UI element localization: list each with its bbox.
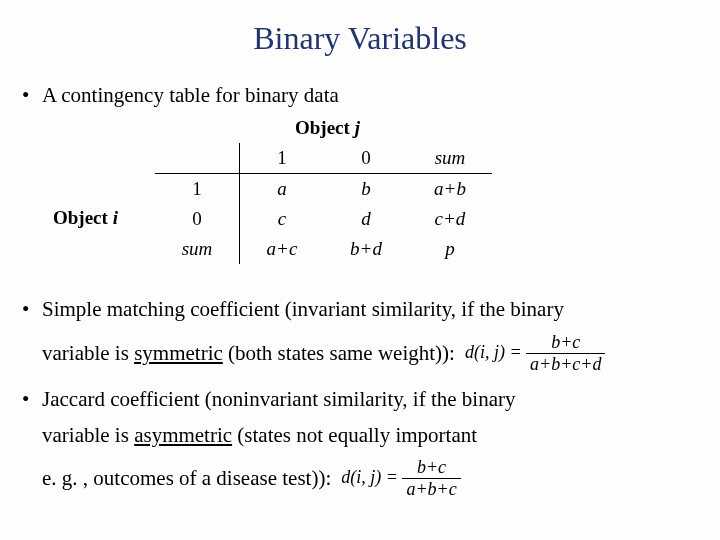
table-row: sum a+c b+d p (155, 234, 492, 264)
header-0: 0 (324, 143, 408, 174)
rowh-1: 1 (155, 174, 240, 205)
table-row: 1 a b a+b (155, 174, 492, 205)
sm-line2-pre: variable is (42, 341, 134, 365)
sm-line2-text: variable is symmetric (both states same … (42, 341, 455, 366)
label-object-i-var: i (108, 207, 118, 228)
slide: Binary Variables A contingency table for… (0, 0, 720, 540)
rowh-0: 0 (155, 204, 240, 234)
sm-den: a+b+c+d (526, 353, 605, 375)
label-object-i: Object i (53, 207, 118, 229)
jc-line3-text: e. g. , outcomes of a disease test)): (42, 466, 331, 491)
jc-dij: d(i, j) = (341, 467, 402, 487)
formula-simple-matching: d(i, j) = b+c a+b+c+d (465, 332, 606, 375)
label-object-j: Object j (295, 117, 360, 139)
simple-matching-line2: variable is symmetric (both states same … (18, 332, 702, 375)
rowh-sum: sum (155, 234, 240, 264)
cell-p: p (408, 234, 492, 264)
sm-symmetric: symmetric (134, 341, 223, 365)
cell-ac: a+c (240, 234, 325, 264)
sm-num: b+c (526, 332, 605, 353)
cell-bd: b+d (324, 234, 408, 264)
cell-c: c (240, 204, 325, 234)
jc-line2-pre: variable is (42, 423, 134, 447)
cell-cd: c+d (408, 204, 492, 234)
cell-d: d (324, 204, 408, 234)
cell-ab: a+b (408, 174, 492, 205)
bullet-simple-matching: Simple matching coefficient (invariant s… (18, 295, 702, 323)
contingency-table: 1 0 sum 1 a b a+b 0 c d c+d sum a+c b+d … (155, 143, 492, 264)
jc-line2-post: (states not equally important (232, 423, 477, 447)
header-1: 1 (240, 143, 325, 174)
bullet-contingency: A contingency table for binary data (18, 81, 702, 109)
label-object-j-var: j (350, 117, 360, 138)
cell-a: a (240, 174, 325, 205)
table-row: 0 c d c+d (155, 204, 492, 234)
bullet-jaccard: Jaccard coefficient (noninvariant simila… (18, 385, 702, 413)
slide-title: Binary Variables (18, 20, 702, 57)
jaccard-line3: e. g. , outcomes of a disease test)): d(… (18, 457, 702, 500)
sm-line2-post: (both states same weight)): (223, 341, 455, 365)
jc-num: b+c (402, 457, 460, 478)
contingency-table-wrap: Object j Object i 1 0 sum 1 a b a+b 0 c … (145, 117, 575, 277)
jc-fraction: b+c a+b+c (402, 457, 460, 500)
sm-fraction: b+c a+b+c+d (526, 332, 605, 375)
sm-dij: d(i, j) = (465, 341, 526, 361)
jaccard-line2: variable is asymmetric (states not equal… (18, 421, 702, 449)
label-object-i-text: Object (53, 207, 108, 228)
table-header-row: 1 0 sum (155, 143, 492, 174)
jc-asymmetric: asymmetric (134, 423, 232, 447)
formula-jaccard: d(i, j) = b+c a+b+c (341, 457, 460, 500)
cell-b: b (324, 174, 408, 205)
header-sum: sum (408, 143, 492, 174)
label-object-j-text: Object (295, 117, 350, 138)
jc-den: a+b+c (402, 478, 460, 500)
